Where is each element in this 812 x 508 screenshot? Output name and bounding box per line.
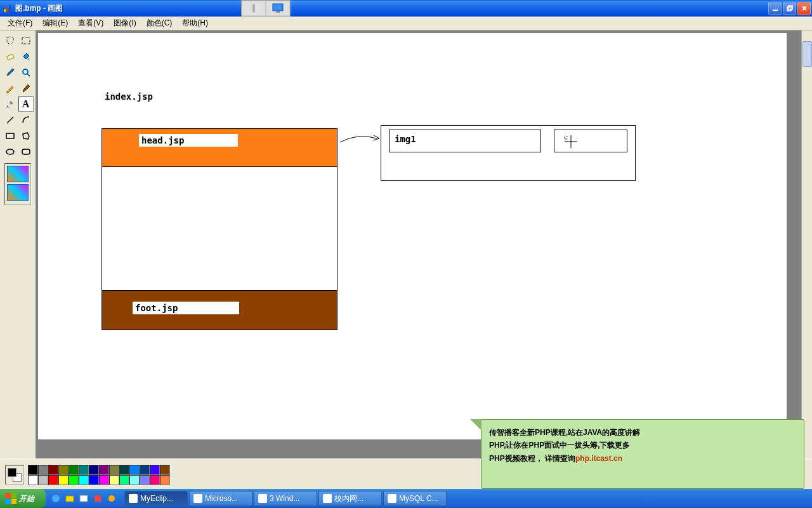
svg-point-15	[6, 107, 8, 108]
color-swatch[interactable]	[58, 465, 69, 475]
color-swatch[interactable]	[38, 465, 48, 475]
taskbar-item[interactable]: 3 Wind...	[254, 491, 317, 506]
minimize-button[interactable]	[768, 2, 782, 15]
vertical-scrollbar[interactable]	[801, 30, 812, 458]
svg-point-11	[23, 69, 28, 74]
ql-icon-2[interactable]	[63, 491, 76, 505]
svg-rect-1	[6, 7, 8, 12]
taskbar-item[interactable]: MyEclip...	[124, 491, 188, 506]
color-swatch[interactable]	[89, 465, 99, 475]
svg-rect-24	[66, 496, 74, 502]
color-swatch[interactable]	[129, 465, 140, 475]
taskbar-item[interactable]: Microso...	[189, 491, 252, 506]
svg-rect-25	[80, 495, 88, 502]
color-swatch[interactable]	[69, 475, 79, 485]
freeform-select-tool[interactable]	[3, 33, 18, 48]
canvas[interactable]: index.jsp head.jsp foot.jsp img1	[38, 33, 787, 439]
pencil-tool[interactable]	[3, 81, 18, 96]
color-swatch[interactable]	[109, 475, 119, 485]
svg-rect-10	[6, 54, 13, 60]
start-label: 开始	[19, 493, 34, 504]
restore-button[interactable]	[783, 2, 796, 15]
color-swatch[interactable]	[28, 465, 38, 475]
color-swatch[interactable]	[140, 465, 150, 475]
menu-file[interactable]: 文件(F)	[3, 17, 37, 30]
ad-url[interactable]: php.itcast.cn	[575, 454, 622, 463]
color-swatch[interactable]	[119, 475, 129, 485]
polygon-tool[interactable]	[18, 128, 34, 144]
color-swatch[interactable]	[150, 475, 160, 485]
ad-line2: PHP,让你在PHP面试中一拔头筹,下载更多	[489, 441, 630, 450]
color-swatch[interactable]	[38, 475, 48, 485]
rect-select-tool[interactable]	[18, 33, 34, 48]
menu-help[interactable]: 帮助(H)	[177, 17, 213, 30]
menu-image[interactable]: 图像(I)	[108, 17, 141, 30]
curve-tool[interactable]	[18, 112, 34, 128]
color-swatch[interactable]	[160, 465, 170, 475]
color-swatch[interactable]	[69, 465, 79, 475]
color-swatch[interactable]	[48, 475, 58, 485]
eraser-tool[interactable]	[3, 49, 18, 64]
brush-tool[interactable]	[18, 81, 34, 96]
start-button[interactable]: 开始	[0, 489, 46, 508]
canvas-text-index: index.jsp	[105, 91, 153, 102]
eyedropper-tool[interactable]	[3, 65, 18, 80]
color-swatch[interactable]	[48, 465, 58, 475]
ad-overlay: 传智播客全新PHP课程,站在JAVA的高度讲解 PHP,让你在PHP面试中一拔头…	[481, 419, 804, 489]
color-swatch[interactable]	[58, 475, 69, 485]
task-icon	[323, 494, 332, 503]
color-swatch[interactable]	[28, 475, 38, 485]
canvas-right-container: img1	[381, 125, 636, 181]
float-tool-monitor-icon[interactable]	[266, 1, 290, 16]
color-swatch[interactable]	[150, 465, 160, 475]
line-tool[interactable]	[3, 112, 18, 128]
color-swatch[interactable]	[119, 465, 129, 475]
color-swatch[interactable]	[79, 475, 89, 485]
menu-view[interactable]: 查看(V)	[73, 17, 108, 30]
canvas-foot-label: foot.jsp	[133, 302, 239, 314]
svg-rect-9	[22, 37, 30, 44]
ql-icon-3[interactable]	[77, 491, 90, 505]
taskbar-item[interactable]: 校内网...	[318, 491, 382, 506]
magnifier-tool[interactable]	[18, 65, 34, 80]
ellipse-tool[interactable]	[3, 144, 18, 159]
current-colors[interactable]	[5, 465, 24, 485]
svg-rect-5	[789, 6, 792, 10]
float-tool-left-icon[interactable]	[242, 1, 266, 16]
task-icon	[258, 494, 267, 503]
airbrush-tool[interactable]	[3, 97, 18, 112]
ql-icon-5[interactable]	[105, 491, 118, 505]
svg-line-16	[7, 117, 13, 123]
task-icon	[129, 494, 138, 503]
floating-toolbar[interactable]	[241, 0, 291, 17]
rectangle-tool[interactable]	[3, 128, 18, 144]
color-swatch[interactable]	[129, 475, 140, 485]
text-tool[interactable]: A	[18, 97, 34, 112]
color-swatch[interactable]	[160, 475, 170, 485]
menu-edit[interactable]: 编辑(E)	[37, 17, 73, 30]
svg-point-14	[8, 107, 10, 108]
tool-options[interactable]	[4, 163, 31, 205]
svg-point-18	[6, 149, 14, 154]
close-button[interactable]	[797, 2, 811, 15]
taskbar-item[interactable]: MySQL C...	[383, 491, 447, 506]
color-swatch[interactable]	[89, 475, 99, 485]
ql-icon-4[interactable]	[91, 491, 104, 505]
color-swatch[interactable]	[109, 465, 119, 475]
task-icon	[193, 494, 202, 503]
ad-line3a: PHP视频教程， 详情查询	[489, 454, 575, 463]
titlebar: 图.bmp - 画图	[0, 0, 812, 17]
color-swatch[interactable]	[99, 465, 109, 475]
rounded-rect-tool[interactable]	[18, 144, 34, 159]
svg-rect-22	[565, 137, 567, 139]
color-swatch[interactable]	[140, 475, 150, 485]
ql-icon-1[interactable]	[49, 491, 62, 505]
svg-rect-0	[4, 9, 6, 12]
color-swatch[interactable]	[99, 475, 109, 485]
svg-line-12	[27, 74, 30, 76]
color-swatch[interactable]	[79, 465, 89, 475]
canvas-head-label: head.jsp	[139, 134, 238, 147]
menu-color[interactable]: 颜色(C)	[141, 17, 178, 30]
task-label: 校内网...	[334, 493, 363, 504]
fill-tool[interactable]	[18, 49, 34, 64]
